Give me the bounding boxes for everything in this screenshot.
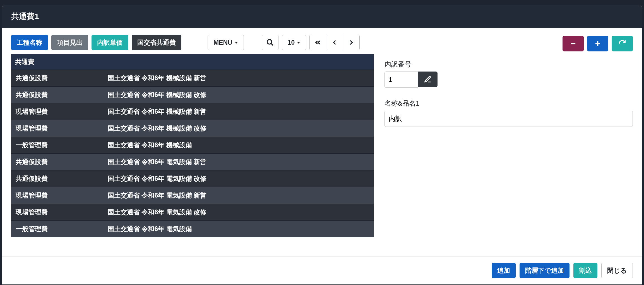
table-row[interactable]: 共通仮設費国土交通省 令和6年 電気設備 新営 [11, 153, 374, 170]
plus-icon [594, 40, 602, 48]
svg-line-1 [271, 44, 273, 46]
table-cell-description: 国土交通省 令和6年 機械設備 [103, 137, 374, 153]
search-button[interactable] [262, 35, 278, 50]
table-cell-category: 共通仮設費 [11, 154, 103, 170]
detail-number-field: 内訳番号 [385, 60, 633, 88]
table-cell-description: 国土交通省 令和6年 機械設備 改修 [103, 120, 374, 137]
pager-next-button[interactable] [343, 35, 360, 50]
name-label: 名称&品名1 [385, 99, 633, 108]
detail-number-label: 内訳番号 [385, 60, 633, 69]
data-table: 共通費 共通仮設費国土交通省 令和6年 機械設備 新営共通仮設費国土交通省 令和… [11, 54, 374, 237]
modal-body: 工種名称 項目見出 内訳単価 国交省共通費 MENU 10 [2, 28, 642, 256]
edit-icon [424, 75, 432, 83]
table-cell-category: 一般管理費 [11, 221, 103, 237]
footer-add-button[interactable]: 追加 [492, 263, 516, 278]
modal: 共通費1 工種名称 項目見出 内訳単価 国交省共通費 MENU 10 [2, 5, 642, 284]
modal-footer: 追加 階層下で追加 割込 閉じる [2, 256, 642, 284]
pager-first-button[interactable] [309, 35, 326, 50]
toolbar: 工種名称 項目見出 内訳単価 国交省共通費 MENU 10 [11, 35, 374, 50]
table-cell-category: 共通仮設費 [11, 70, 103, 86]
refresh-icon [618, 40, 626, 48]
pager [309, 35, 360, 50]
chevron-right-icon [347, 39, 355, 46]
table-cell-description: 国土交通省 令和6年 電気設備 [103, 221, 374, 237]
footer-close-button[interactable]: 閉じる [601, 263, 633, 278]
item-heading-button[interactable]: 項目見出 [51, 35, 88, 50]
search-icon [266, 39, 274, 46]
table-cell-category: 現場管理費 [11, 103, 103, 120]
table-row[interactable]: 共通仮設費国土交通省 令和6年 電気設備 改修 [11, 170, 374, 187]
modal-header: 共通費1 [2, 5, 642, 28]
table-cell-category: 現場管理費 [11, 187, 103, 204]
refresh-button[interactable] [612, 36, 633, 51]
menu-dropdown[interactable]: MENU [208, 35, 244, 50]
table-cell-description: 国土交通省 令和6年 機械設備 新営 [103, 103, 374, 120]
table-cell-description: 国土交通省 令和6年 電気設備 改修 [103, 204, 374, 220]
footer-insert-button[interactable]: 割込 [573, 263, 597, 278]
modal-title: 共通費1 [11, 12, 39, 21]
table-cell-category: 共通仮設費 [11, 170, 103, 187]
edit-number-button[interactable] [418, 72, 438, 87]
name-field: 名称&品名1 [385, 99, 633, 127]
detail-price-button[interactable]: 内訳単価 [92, 35, 128, 50]
table-cell-category: 現場管理費 [11, 204, 103, 220]
double-chevron-left-icon [314, 39, 322, 46]
table-row[interactable]: 現場管理費国土交通省 令和6年 機械設備 改修 [11, 120, 374, 137]
group-header[interactable]: 共通費 [11, 54, 374, 70]
page-size-label: 10 [288, 39, 295, 46]
table-cell-category: 共通仮設費 [11, 87, 103, 103]
minus-icon [569, 40, 577, 48]
table-cell-category: 現場管理費 [11, 120, 103, 137]
name-input[interactable] [385, 111, 633, 127]
table-cell-description: 国土交通省 令和6年 電気設備 新営 [103, 154, 374, 170]
table-row[interactable]: 現場管理費国土交通省 令和6年 機械設備 新営 [11, 103, 374, 120]
table-cell-description: 国土交通省 令和6年 機械設備 改修 [103, 87, 374, 103]
table-row[interactable]: 一般管理費国土交通省 令和6年 機械設備 [11, 137, 374, 153]
table-row[interactable]: 共通仮設費国土交通省 令和6年 機械設備 改修 [11, 86, 374, 103]
table-row[interactable]: 共通仮設費国土交通省 令和6年 機械設備 新営 [11, 70, 374, 86]
right-panel: 内訳番号 名称&品名1 [385, 35, 633, 251]
type-name-button[interactable]: 工種名称 [11, 35, 48, 50]
remove-button[interactable] [563, 36, 584, 51]
table-cell-description: 国土交通省 令和6年 機械設備 新営 [103, 70, 374, 86]
menu-label: MENU [213, 39, 232, 46]
table-row[interactable]: 現場管理費国土交通省 令和6年 電気設備 改修 [11, 204, 374, 220]
table-cell-description: 国土交通省 令和6年 電気設備 新営 [103, 187, 374, 204]
page-size-dropdown[interactable]: 10 [282, 35, 306, 50]
table-row[interactable]: 現場管理費国土交通省 令和6年 電気設備 新営 [11, 187, 374, 204]
right-toolbar [385, 36, 633, 51]
left-panel: 工種名称 項目見出 内訳単価 国交省共通費 MENU 10 [11, 35, 374, 251]
table-row[interactable]: 一般管理費国土交通省 令和6年 電気設備 [11, 220, 374, 237]
mlit-common-button[interactable]: 国交省共通費 [132, 35, 181, 50]
svg-point-0 [267, 40, 271, 44]
footer-add-below-button[interactable]: 階層下で追加 [520, 263, 569, 278]
pager-prev-button[interactable] [326, 35, 343, 50]
chevron-left-icon [331, 39, 338, 46]
table-cell-category: 一般管理費 [11, 137, 103, 153]
detail-number-input[interactable] [385, 72, 418, 88]
add-button[interactable] [587, 36, 608, 51]
table-cell-description: 国土交通省 令和6年 電気設備 改修 [103, 170, 374, 187]
